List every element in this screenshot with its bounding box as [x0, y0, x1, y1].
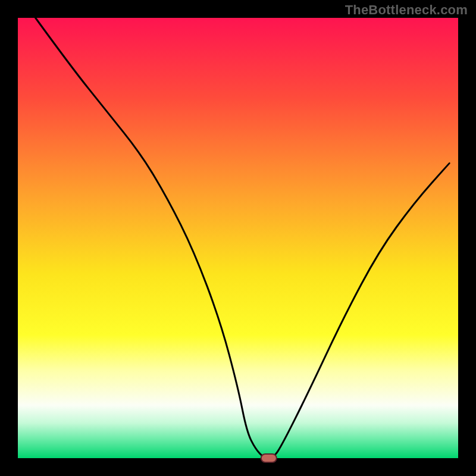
optimal-marker: [261, 454, 277, 462]
chart-container: TheBottleneck.com: [0, 0, 476, 476]
watermark-text: TheBottleneck.com: [345, 2, 468, 18]
bottleneck-chart: [0, 0, 476, 476]
